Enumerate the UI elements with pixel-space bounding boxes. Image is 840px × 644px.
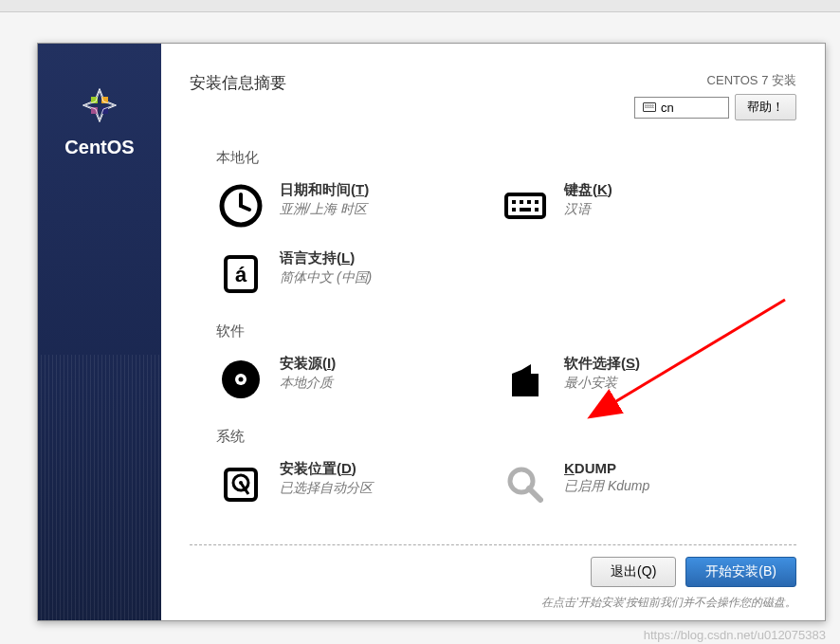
svg-rect-14 (535, 208, 539, 212)
svg-rect-2 (91, 107, 98, 114)
centos-brand-text: CentOS (64, 137, 134, 158)
spoke-title: 软件选择(S) (564, 355, 640, 373)
svg-rect-13 (520, 208, 531, 212)
package-icon (501, 355, 550, 404)
spoke-title: 安装位置(D) (280, 460, 373, 478)
clock-icon (216, 181, 265, 230)
spoke-subtitle: 本地介质 (280, 375, 336, 392)
svg-line-25 (529, 488, 540, 500)
centos-logo (76, 82, 123, 129)
spoke-subtitle: 最小安装 (564, 375, 640, 392)
spoke-title: 安装源(I) (280, 355, 336, 373)
page-title: 安装信息摘要 (190, 72, 286, 94)
spoke-subtitle: 亚洲/上海 时区 (280, 201, 369, 218)
header: 安装信息摘要 CENTOS 7 安装 cn 帮助！ (190, 72, 796, 120)
sidebar-decoration (38, 355, 161, 620)
lang-icon: á (216, 249, 265, 299)
category-title: 系统 (216, 428, 796, 446)
category-title: 软件 (216, 322, 796, 340)
hdd-icon (216, 460, 265, 509)
installer-window: CentOS 安装信息摘要 CENTOS 7 安装 cn 帮助！ 本地化 日期和… (37, 43, 826, 621)
svg-rect-3 (101, 107, 108, 114)
spoke-item[interactable]: 键盘(K) 汉语 (501, 181, 766, 230)
spoke-title: 日期和时间(T) (280, 181, 369, 199)
spoke-item[interactable]: 安装源(I) 本地介质 (216, 355, 482, 404)
svg-rect-0 (91, 97, 98, 103)
svg-rect-1 (101, 97, 108, 103)
spoke-title: KDUMP (564, 460, 649, 476)
help-button[interactable]: 帮助！ (735, 94, 796, 120)
svg-rect-8 (512, 200, 516, 204)
quit-button[interactable]: 退出(Q) (591, 557, 676, 587)
spoke-subtitle: 汉语 (564, 201, 612, 218)
svg-point-19 (239, 377, 244, 382)
keyboard-layout-indicator[interactable]: cn (634, 97, 729, 119)
disc-icon (216, 355, 265, 404)
spoke-title: 键盘(K) (564, 181, 612, 199)
window-tab-bar (0, 0, 840, 12)
main-content: 安装信息摘要 CENTOS 7 安装 cn 帮助！ 本地化 日期和时间(T) 亚… (161, 44, 825, 620)
footer-hint: 在点击'开始安装'按钮前我们并不会操作您的磁盘。 (541, 595, 796, 611)
categories-container: 本地化 日期和时间(T) 亚洲/上海 时区 键盘(K) 汉语 á 语言支持(L)… (190, 144, 796, 544)
svg-text:á: á (235, 263, 247, 286)
svg-rect-11 (535, 200, 539, 204)
spoke-item[interactable]: á 语言支持(L) 简体中文 (中国) (216, 249, 482, 299)
header-right: CENTOS 7 安装 cn 帮助！ (634, 72, 796, 120)
watermark: https://blog.csdn.net/u012075383 (644, 628, 826, 642)
product-name: CENTOS 7 安装 (634, 72, 796, 89)
svg-rect-7 (506, 194, 544, 217)
svg-line-6 (241, 206, 249, 210)
spoke-item[interactable]: 日期和时间(T) 亚洲/上海 时区 (216, 181, 482, 230)
spoke-subtitle: 简体中文 (中国) (280, 269, 372, 286)
search-icon (501, 460, 550, 509)
category-title: 本地化 (216, 149, 796, 167)
svg-rect-12 (512, 208, 516, 212)
sidebar: CentOS (38, 44, 161, 620)
lang-code: cn (661, 101, 674, 115)
keyboard-mini-icon (643, 102, 656, 112)
spoke-item[interactable]: 软件选择(S) 最小安装 (501, 355, 766, 404)
spoke-subtitle: 已启用 Kdump (564, 478, 649, 495)
keyboard-icon (501, 181, 550, 230)
svg-rect-10 (527, 200, 531, 204)
footer: 退出(Q) 开始安装(B) 在点击'开始安装'按钮前我们并不会操作您的磁盘。 (190, 544, 796, 611)
spoke-subtitle: 已选择自动分区 (280, 480, 373, 497)
spoke-item[interactable]: 安装位置(D) 已选择自动分区 (216, 460, 482, 509)
svg-rect-9 (520, 200, 523, 204)
spoke-item[interactable]: KDUMP 已启用 Kdump (501, 460, 766, 509)
begin-install-button[interactable]: 开始安装(B) (685, 557, 796, 587)
spoke-title: 语言支持(L) (280, 249, 372, 267)
